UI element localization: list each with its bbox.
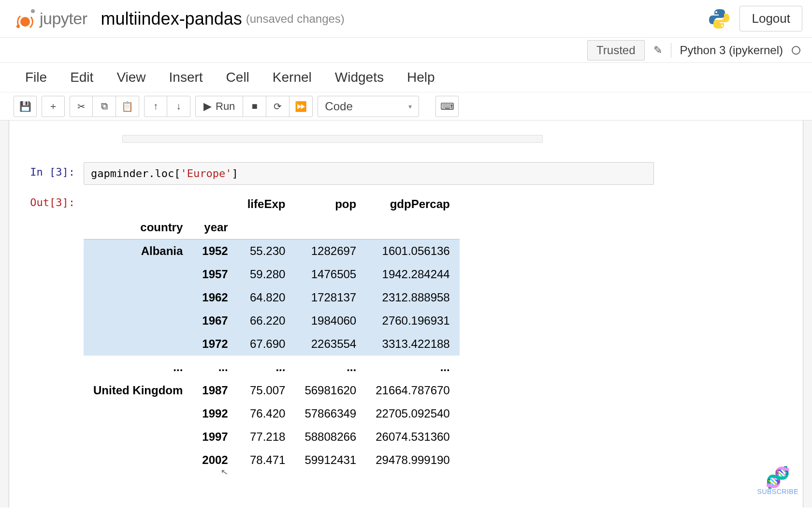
python-logo-icon [708, 7, 731, 30]
jupyter-logo-icon [14, 7, 37, 30]
menu-view[interactable]: View [116, 70, 145, 85]
code-input[interactable]: gapminder.loc['Europe'] [84, 162, 654, 185]
table-row: 1957 59.280 1476505 1942.284244 [84, 263, 460, 286]
restart-button[interactable]: ⟳ [266, 96, 290, 117]
play-icon: ▶ [203, 100, 212, 113]
edit-icon[interactable]: ✎ [653, 44, 662, 57]
plus-icon: ＋ [48, 100, 58, 113]
subscribe-badge[interactable]: 🧬 SUBSCRIBE [757, 467, 798, 495]
chevron-down-icon: ▾ [408, 103, 412, 110]
stop-icon: ■ [252, 101, 258, 112]
menu-file[interactable]: File [25, 70, 47, 85]
toolbar: 💾 ＋ ✂ ⧉ 📋 ↑ ↓ ▶Run ■ ⟳ ⏩ Code ▾ ⌨ [0, 92, 812, 120]
table-row: 1962 64.820 1728137 2312.888958 [84, 286, 460, 309]
menu-kernel[interactable]: Kernel [273, 70, 312, 85]
ellipsis-row: ... ... ... ... ... [84, 356, 460, 379]
jupyter-logo[interactable]: jupyter [14, 7, 87, 30]
save-button[interactable]: 💾 [14, 96, 37, 117]
table-row: 1967 66.220 1984060 2760.196931 [84, 309, 460, 332]
header: jupyter multiindex-pandas (unsaved chang… [0, 0, 812, 38]
menu-cell[interactable]: Cell [226, 70, 249, 85]
table-row: 1992 76.420 57866349 22705.092540 [84, 402, 460, 425]
col-lifeexp: lifeExp [238, 193, 295, 216]
fast-forward-icon: ⏩ [295, 101, 307, 112]
jupyter-logo-text: jupyter [40, 9, 87, 28]
move-down-button[interactable]: ↓ [167, 96, 190, 117]
menu-help[interactable]: Help [407, 70, 435, 85]
idx-year: year [192, 216, 237, 239]
logout-button[interactable]: Logout [740, 6, 802, 31]
col-pop: pop [295, 193, 366, 216]
index-header-row: country year [84, 216, 460, 239]
restart-icon: ⟳ [274, 101, 282, 112]
trusted-indicator[interactable]: Trusted [587, 40, 644, 60]
status-bar: Trusted ✎ Python 3 (ipykernel) [0, 38, 812, 63]
table-row: Albania 1952 55.230 1282697 1601.056136 [84, 239, 460, 263]
move-up-button[interactable]: ↑ [144, 96, 167, 117]
arrow-up-icon: ↑ [153, 101, 158, 112]
arrow-down-icon: ↓ [176, 101, 181, 112]
menu-insert[interactable]: Insert [169, 70, 203, 85]
insert-cell-button[interactable]: ＋ [42, 96, 65, 117]
notebook-save-status: (unsaved changes) [246, 12, 345, 26]
table-row: United Kingdom 1987 75.007 56981620 2166… [84, 379, 460, 402]
save-icon: 💾 [19, 101, 31, 112]
table-row: 1972 67.690 2263554 3313.422188 [84, 332, 460, 356]
table-row: 1997 77.218 58808266 26074.531360 [84, 425, 460, 448]
divider [671, 43, 671, 58]
paste-button[interactable]: 📋 [116, 96, 139, 117]
cut-button[interactable]: ✂ [70, 96, 93, 117]
celltype-value: Code [325, 100, 352, 113]
table-row: 2002 78.471 59912431 29478.999190 [84, 448, 460, 472]
keyboard-icon: ⌨ [440, 101, 454, 112]
idx-country: country [84, 216, 192, 239]
paste-icon: 📋 [121, 101, 133, 112]
notebook-container: In [3]: gapminder.loc['Europe'] Out[3]: … [0, 120, 812, 508]
input-prompt: In [3]: [21, 162, 84, 178]
menu-widgets[interactable]: Widgets [335, 70, 384, 85]
dataframe-output: lifeExp pop gdpPercap country year Alban… [84, 193, 460, 472]
subscribe-label: SUBSCRIBE [757, 488, 798, 495]
dataframe-table: lifeExp pop gdpPercap country year Alban… [84, 193, 460, 472]
col-gdp: gdpPercap [366, 193, 460, 216]
column-header-row: lifeExp pop gdpPercap [84, 193, 460, 216]
copy-icon: ⧉ [101, 101, 108, 112]
kernel-status-icon[interactable] [792, 46, 800, 55]
copy-button[interactable]: ⧉ [93, 96, 116, 117]
menu-edit[interactable]: Edit [70, 70, 93, 85]
run-all-button[interactable]: ⏩ [290, 96, 313, 117]
kernel-name[interactable]: Python 3 (ipykernel) [680, 44, 783, 57]
command-palette-button[interactable]: ⌨ [435, 96, 459, 117]
menubar: File Edit View Insert Cell Kernel Widget… [0, 63, 812, 92]
previous-cell-fragment [122, 135, 543, 143]
run-button[interactable]: ▶Run [195, 96, 243, 117]
stop-button[interactable]: ■ [243, 96, 266, 117]
scissors-icon: ✂ [77, 101, 86, 112]
notebook-title[interactable]: multiindex-pandas [101, 9, 242, 29]
celltype-select[interactable]: Code ▾ [318, 96, 419, 117]
code-cell[interactable]: In [3]: gapminder.loc['Europe'] [21, 162, 791, 185]
dna-icon: 🧬 [757, 467, 798, 488]
output-area: Out[3]: lifeExp pop gdpPercap country ye… [21, 193, 791, 472]
output-prompt: Out[3]: [21, 193, 84, 209]
